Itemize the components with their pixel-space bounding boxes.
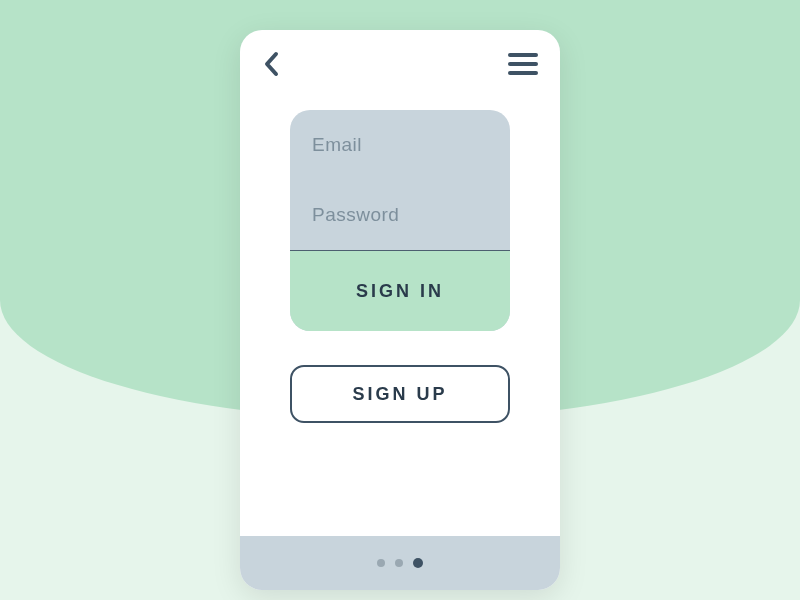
svg-rect-0 [508, 53, 538, 57]
email-field[interactable] [290, 110, 510, 180]
card-divider [290, 250, 510, 251]
svg-rect-1 [508, 62, 538, 66]
hamburger-menu-icon[interactable] [508, 53, 538, 75]
top-bar [240, 30, 560, 98]
pagination-dot-active[interactable] [413, 558, 423, 568]
device-frame: SIGN IN SIGN UP [240, 30, 560, 590]
password-field[interactable] [290, 180, 510, 250]
back-icon[interactable] [262, 50, 280, 78]
svg-rect-2 [508, 71, 538, 75]
pagination-dot[interactable] [395, 559, 403, 567]
signin-button[interactable]: SIGN IN [290, 251, 510, 331]
pagination-dot[interactable] [377, 559, 385, 567]
auth-content: SIGN IN SIGN UP [240, 98, 560, 536]
signup-button[interactable]: SIGN UP [290, 365, 510, 423]
pagination-footer [240, 536, 560, 590]
signin-card: SIGN IN [290, 110, 510, 331]
